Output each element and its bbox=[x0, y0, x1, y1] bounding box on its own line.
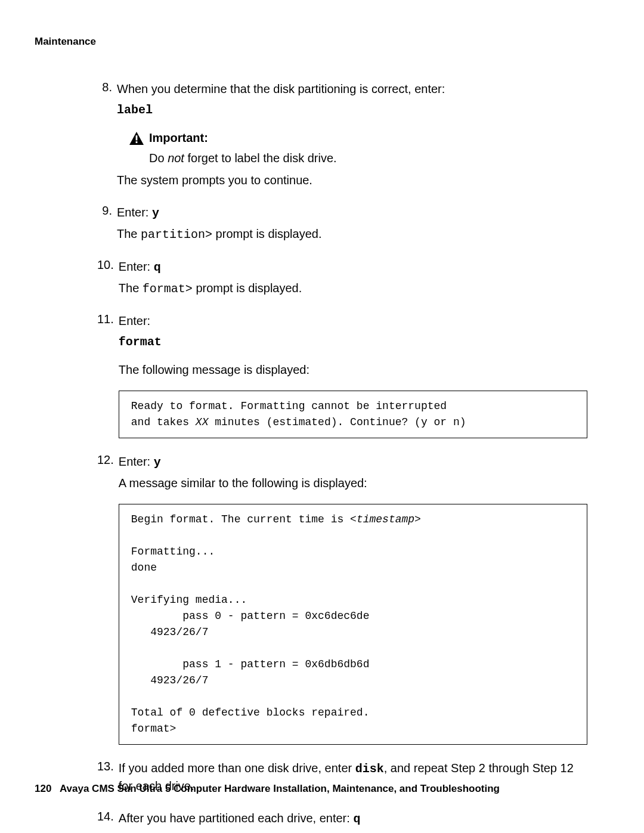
step-number: 12. bbox=[97, 451, 114, 469]
step-text: Enter: q bbox=[119, 258, 587, 276]
note-title: Important: bbox=[149, 129, 208, 147]
step-12: 12. Enter: y A message similar to the fo… bbox=[97, 451, 587, 755]
step-text: After you have partitioned each drive, e… bbox=[119, 810, 587, 828]
step-result: The following message is displayed: bbox=[119, 361, 587, 379]
step-result: The partition> prompt is displayed. bbox=[117, 225, 587, 243]
output-box: Begin format. The current time is <times… bbox=[119, 504, 587, 745]
output-box: Ready to format. Formatting cannot be in… bbox=[119, 391, 587, 438]
step-text: When you determine that the disk partiti… bbox=[117, 80, 587, 98]
page: Maintenance 8. When you determine that t… bbox=[0, 0, 644, 833]
step-number: 11. bbox=[97, 311, 114, 328]
step-text: Enter: y bbox=[117, 204, 587, 222]
step-result: The system prompts you to continue. bbox=[117, 172, 587, 189]
step-9: 9. Enter: y The partition> prompt is dis… bbox=[97, 202, 587, 254]
page-header: Maintenance bbox=[35, 36, 587, 48]
warning-icon bbox=[129, 132, 144, 145]
step-number: 14. bbox=[97, 808, 114, 825]
step-result: A message similar to the following is di… bbox=[119, 475, 587, 492]
page-footer: 120 Avaya CMS Sun Ultra 5 Computer Hardw… bbox=[35, 783, 587, 795]
step-8: 8. When you determine that the disk part… bbox=[97, 79, 587, 200]
step-result: The format> prompt is displayed. bbox=[119, 280, 587, 298]
step-10: 10. Enter: q The format> prompt is displ… bbox=[97, 256, 587, 308]
content: 8. When you determine that the disk part… bbox=[97, 79, 587, 833]
step-number: 10. bbox=[97, 256, 114, 274]
important-note: Important: Do not forget to label the di… bbox=[129, 129, 587, 167]
step-text: Enter: y bbox=[119, 453, 587, 471]
page-number: 120 bbox=[35, 783, 51, 794]
svg-rect-0 bbox=[136, 135, 138, 141]
step-14: 14. After you have partitioned each driv… bbox=[97, 808, 587, 833]
step-text: Enter: bbox=[119, 312, 587, 330]
command: label bbox=[117, 101, 587, 119]
step-number: 13. bbox=[97, 758, 114, 775]
command: format bbox=[119, 333, 587, 351]
step-number: 8. bbox=[97, 79, 112, 96]
note-body: Do not forget to label the disk drive. bbox=[149, 150, 587, 167]
step-number: 9. bbox=[97, 202, 112, 219]
svg-rect-1 bbox=[136, 141, 138, 143]
footer-title: Avaya CMS Sun Ultra 5 Computer Hardware … bbox=[60, 783, 500, 794]
step-11: 11. Enter: format The following message … bbox=[97, 311, 587, 449]
step-list: 8. When you determine that the disk part… bbox=[97, 79, 587, 833]
step-13: 13. If you added more than one disk driv… bbox=[97, 758, 587, 806]
